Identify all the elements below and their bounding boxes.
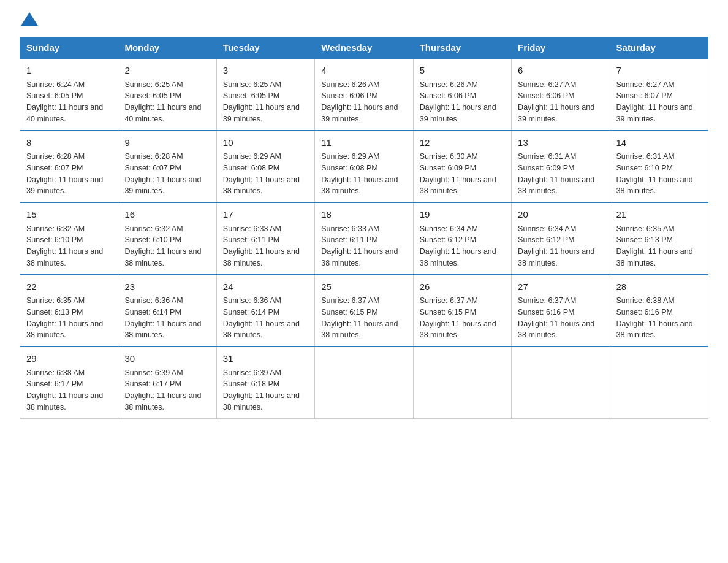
- day-info: Sunrise: 6:33 AMSunset: 6:11 PMDaylight:…: [321, 223, 406, 269]
- day-info: Sunrise: 6:26 AMSunset: 6:06 PMDaylight:…: [420, 79, 505, 125]
- day-info: Sunrise: 6:34 AMSunset: 6:12 PMDaylight:…: [518, 223, 603, 269]
- calendar-week-row: 15Sunrise: 6:32 AMSunset: 6:10 PMDayligh…: [20, 202, 708, 275]
- day-info: Sunrise: 6:37 AMSunset: 6:15 PMDaylight:…: [420, 295, 505, 341]
- day-info: Sunrise: 6:37 AMSunset: 6:16 PMDaylight:…: [518, 295, 603, 341]
- day-info: Sunrise: 6:28 AMSunset: 6:07 PMDaylight:…: [124, 151, 210, 197]
- day-number: 17: [223, 208, 308, 222]
- day-number: 9: [124, 136, 210, 150]
- calendar-cell: 2Sunrise: 6:25 AMSunset: 6:05 PMDaylight…: [118, 58, 216, 131]
- calendar-cell: 24Sunrise: 6:36 AMSunset: 6:14 PMDayligh…: [216, 275, 314, 347]
- calendar-cell: 23Sunrise: 6:36 AMSunset: 6:14 PMDayligh…: [118, 275, 216, 347]
- calendar-cell: 31Sunrise: 6:39 AMSunset: 6:18 PMDayligh…: [216, 347, 314, 418]
- day-info: Sunrise: 6:39 AMSunset: 6:17 PMDaylight:…: [124, 367, 210, 413]
- day-info: Sunrise: 6:25 AMSunset: 6:05 PMDaylight:…: [124, 79, 210, 125]
- calendar-cell: 4Sunrise: 6:26 AMSunset: 6:06 PMDaylight…: [315, 58, 413, 131]
- page-header: [20, 15, 708, 26]
- header-day-friday: Friday: [512, 37, 610, 59]
- calendar-cell: 11Sunrise: 6:29 AMSunset: 6:08 PMDayligh…: [315, 131, 413, 203]
- calendar-cell: 17Sunrise: 6:33 AMSunset: 6:11 PMDayligh…: [216, 202, 314, 275]
- day-info: Sunrise: 6:28 AMSunset: 6:07 PMDaylight:…: [26, 151, 112, 197]
- day-info: Sunrise: 6:32 AMSunset: 6:10 PMDaylight:…: [26, 223, 112, 269]
- calendar-cell: 18Sunrise: 6:33 AMSunset: 6:11 PMDayligh…: [315, 202, 413, 275]
- calendar-cell: 30Sunrise: 6:39 AMSunset: 6:17 PMDayligh…: [118, 347, 216, 418]
- header-day-thursday: Thursday: [413, 37, 511, 59]
- calendar-cell: 26Sunrise: 6:37 AMSunset: 6:15 PMDayligh…: [413, 275, 511, 347]
- day-info: Sunrise: 6:31 AMSunset: 6:09 PMDaylight:…: [518, 151, 603, 197]
- header-day-wednesday: Wednesday: [315, 37, 413, 59]
- day-number: 24: [223, 280, 308, 294]
- calendar-cell: 14Sunrise: 6:31 AMSunset: 6:10 PMDayligh…: [610, 131, 708, 203]
- day-number: 26: [420, 280, 505, 294]
- logo-triangle-icon: [21, 12, 38, 26]
- day-info: Sunrise: 6:33 AMSunset: 6:11 PMDaylight:…: [223, 223, 308, 269]
- calendar-cell: 25Sunrise: 6:37 AMSunset: 6:15 PMDayligh…: [315, 275, 413, 347]
- calendar-cell: 1Sunrise: 6:24 AMSunset: 6:05 PMDaylight…: [20, 58, 118, 131]
- day-info: Sunrise: 6:26 AMSunset: 6:06 PMDaylight:…: [321, 79, 406, 125]
- day-info: Sunrise: 6:27 AMSunset: 6:06 PMDaylight:…: [518, 79, 603, 125]
- calendar-cell: [610, 347, 708, 418]
- calendar-cell: 8Sunrise: 6:28 AMSunset: 6:07 PMDaylight…: [20, 131, 118, 203]
- day-number: 11: [321, 136, 406, 150]
- day-info: Sunrise: 6:37 AMSunset: 6:15 PMDaylight:…: [321, 295, 406, 341]
- calendar-week-row: 8Sunrise: 6:28 AMSunset: 6:07 PMDaylight…: [20, 131, 708, 203]
- day-info: Sunrise: 6:35 AMSunset: 6:13 PMDaylight:…: [616, 223, 702, 269]
- day-number: 14: [616, 136, 702, 150]
- calendar-week-row: 1Sunrise: 6:24 AMSunset: 6:05 PMDaylight…: [20, 58, 708, 131]
- day-number: 29: [26, 352, 112, 366]
- header-day-saturday: Saturday: [610, 37, 708, 59]
- day-info: Sunrise: 6:27 AMSunset: 6:07 PMDaylight:…: [616, 79, 702, 125]
- calendar-cell: 6Sunrise: 6:27 AMSunset: 6:06 PMDaylight…: [512, 58, 610, 131]
- calendar-week-row: 22Sunrise: 6:35 AMSunset: 6:13 PMDayligh…: [20, 275, 708, 347]
- calendar-cell: 13Sunrise: 6:31 AMSunset: 6:09 PMDayligh…: [512, 131, 610, 203]
- day-number: 7: [616, 64, 702, 78]
- day-number: 5: [420, 64, 505, 78]
- day-number: 8: [26, 136, 112, 150]
- day-number: 6: [518, 64, 603, 78]
- day-info: Sunrise: 6:38 AMSunset: 6:16 PMDaylight:…: [616, 295, 702, 341]
- day-number: 27: [518, 280, 603, 294]
- day-number: 1: [26, 64, 112, 78]
- calendar-cell: 29Sunrise: 6:38 AMSunset: 6:17 PMDayligh…: [20, 347, 118, 418]
- header-day-sunday: Sunday: [20, 37, 118, 59]
- calendar-cell: 7Sunrise: 6:27 AMSunset: 6:07 PMDaylight…: [610, 58, 708, 131]
- day-info: Sunrise: 6:36 AMSunset: 6:14 PMDaylight:…: [223, 295, 308, 341]
- calendar-cell: 27Sunrise: 6:37 AMSunset: 6:16 PMDayligh…: [512, 275, 610, 347]
- day-number: 12: [420, 136, 505, 150]
- calendar-cell: 28Sunrise: 6:38 AMSunset: 6:16 PMDayligh…: [610, 275, 708, 347]
- day-number: 4: [321, 64, 406, 78]
- header-row: SundayMondayTuesdayWednesdayThursdayFrid…: [20, 37, 708, 59]
- day-info: Sunrise: 6:39 AMSunset: 6:18 PMDaylight:…: [223, 367, 308, 413]
- day-info: Sunrise: 6:35 AMSunset: 6:13 PMDaylight:…: [26, 295, 112, 341]
- day-info: Sunrise: 6:29 AMSunset: 6:08 PMDaylight:…: [223, 151, 308, 197]
- day-number: 15: [26, 208, 112, 222]
- day-info: Sunrise: 6:36 AMSunset: 6:14 PMDaylight:…: [124, 295, 210, 341]
- day-number: 28: [616, 280, 702, 294]
- day-info: Sunrise: 6:32 AMSunset: 6:10 PMDaylight:…: [124, 223, 210, 269]
- calendar-cell: 5Sunrise: 6:26 AMSunset: 6:06 PMDaylight…: [413, 58, 511, 131]
- day-number: 22: [26, 280, 112, 294]
- day-number: 2: [124, 64, 210, 78]
- day-number: 25: [321, 280, 406, 294]
- day-number: 16: [124, 208, 210, 222]
- calendar-cell: 10Sunrise: 6:29 AMSunset: 6:08 PMDayligh…: [216, 131, 314, 203]
- calendar-cell: 9Sunrise: 6:28 AMSunset: 6:07 PMDaylight…: [118, 131, 216, 203]
- day-info: Sunrise: 6:29 AMSunset: 6:08 PMDaylight:…: [321, 151, 406, 197]
- calendar-cell: 15Sunrise: 6:32 AMSunset: 6:10 PMDayligh…: [20, 202, 118, 275]
- calendar-header: SundayMondayTuesdayWednesdayThursdayFrid…: [20, 37, 708, 59]
- calendar-cell: 16Sunrise: 6:32 AMSunset: 6:10 PMDayligh…: [118, 202, 216, 275]
- calendar-cell: 21Sunrise: 6:35 AMSunset: 6:13 PMDayligh…: [610, 202, 708, 275]
- day-number: 20: [518, 208, 603, 222]
- calendar-week-row: 29Sunrise: 6:38 AMSunset: 6:17 PMDayligh…: [20, 347, 708, 418]
- day-number: 31: [223, 352, 308, 366]
- calendar-cell: [315, 347, 413, 418]
- calendar-cell: 20Sunrise: 6:34 AMSunset: 6:12 PMDayligh…: [512, 202, 610, 275]
- day-number: 10: [223, 136, 308, 150]
- calendar-cell: 22Sunrise: 6:35 AMSunset: 6:13 PMDayligh…: [20, 275, 118, 347]
- day-info: Sunrise: 6:34 AMSunset: 6:12 PMDaylight:…: [420, 223, 505, 269]
- calendar-body: 1Sunrise: 6:24 AMSunset: 6:05 PMDaylight…: [20, 58, 708, 418]
- day-info: Sunrise: 6:24 AMSunset: 6:05 PMDaylight:…: [26, 79, 112, 125]
- day-number: 19: [420, 208, 505, 222]
- calendar-cell: 19Sunrise: 6:34 AMSunset: 6:12 PMDayligh…: [413, 202, 511, 275]
- day-info: Sunrise: 6:38 AMSunset: 6:17 PMDaylight:…: [26, 367, 112, 413]
- calendar-cell: 12Sunrise: 6:30 AMSunset: 6:09 PMDayligh…: [413, 131, 511, 203]
